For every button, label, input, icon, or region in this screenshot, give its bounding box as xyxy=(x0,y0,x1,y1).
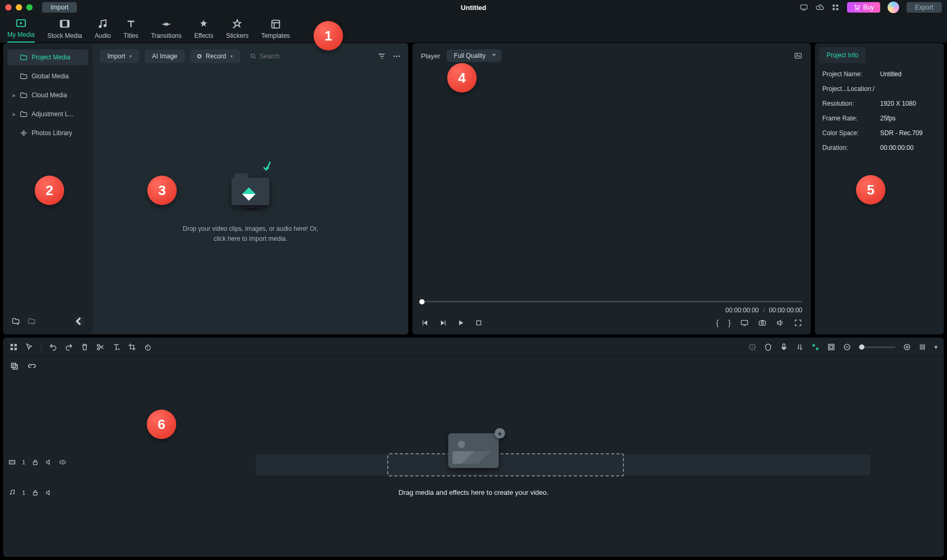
sidebar-item-global-media[interactable]: Global Media xyxy=(7,68,88,84)
scrub-thumb[interactable] xyxy=(419,299,425,304)
user-avatar[interactable] xyxy=(888,2,899,13)
tab-templates[interactable]: Templates xyxy=(261,18,290,43)
camera-icon[interactable] xyxy=(758,319,767,327)
text-tool-icon[interactable] xyxy=(112,343,120,351)
tab-stickers[interactable]: Stickers xyxy=(226,18,249,43)
svg-rect-49 xyxy=(923,344,923,350)
svg-rect-47 xyxy=(920,344,921,350)
zoom-in-icon[interactable] xyxy=(903,343,911,351)
copy-icon[interactable] xyxy=(9,361,19,371)
svg-rect-54 xyxy=(34,462,37,464)
zoom-out-icon[interactable] xyxy=(843,343,851,351)
player-stage[interactable] xyxy=(412,68,811,301)
svg-rect-28 xyxy=(743,325,745,325)
link-icon[interactable] xyxy=(27,361,37,371)
more-icon[interactable] xyxy=(392,52,401,60)
tab-transitions[interactable]: Transitions xyxy=(151,18,182,43)
grid-view-icon[interactable] xyxy=(9,343,18,351)
svg-point-30 xyxy=(761,322,763,324)
tab-my-media[interactable]: My Media xyxy=(7,17,35,43)
ai-image-button[interactable]: AI Image xyxy=(145,49,185,63)
speed-icon[interactable] xyxy=(144,343,152,351)
next-frame-icon[interactable] xyxy=(439,319,447,327)
stickers-icon xyxy=(231,18,243,30)
svg-point-38 xyxy=(118,349,119,350)
track-size-icon[interactable] xyxy=(919,343,927,351)
cart-icon xyxy=(853,4,860,11)
lock-icon[interactable] xyxy=(32,459,39,466)
undo-icon[interactable] xyxy=(49,343,57,351)
screen-recorder-icon[interactable] xyxy=(800,3,808,12)
buy-button[interactable]: Buy xyxy=(847,2,881,13)
new-folder-icon[interactable] xyxy=(12,317,20,325)
visibility-icon[interactable] xyxy=(59,459,66,466)
crop-icon[interactable] xyxy=(128,343,136,351)
sidebar-item-photos-library[interactable]: Photos Library xyxy=(7,125,88,141)
media-thumb-placeholder[interactable] xyxy=(448,433,499,468)
search-input[interactable] xyxy=(260,53,372,60)
mark-in-icon[interactable]: { xyxy=(716,318,719,327)
record-dropdown[interactable]: Record ▾ xyxy=(190,49,240,63)
import-dropdown[interactable]: Import ▾ xyxy=(100,49,139,63)
media-drop-zone[interactable]: Drop your video clips, images, or audio … xyxy=(93,69,408,334)
cloud-upload-icon[interactable] xyxy=(815,3,824,12)
maximize-window-icon[interactable] xyxy=(26,4,33,11)
split-icon[interactable] xyxy=(96,343,105,351)
export-button[interactable]: Export xyxy=(906,2,942,13)
info-row-resolution: Resolution:1920 X 1080 xyxy=(822,100,936,107)
sidebar-item-adjustment-layer[interactable]: ▸ Adjustment L... xyxy=(7,106,88,122)
chevron-down-icon[interactable]: ▾ xyxy=(934,343,938,351)
chevron-down-icon: ▾ xyxy=(230,54,233,59)
add-media-icon[interactable]: + xyxy=(495,428,505,439)
svg-point-37 xyxy=(97,348,99,350)
apps-grid-icon[interactable] xyxy=(831,3,840,12)
tab-audio[interactable]: Audio xyxy=(95,18,111,43)
audio-mixer-icon[interactable] xyxy=(795,343,804,351)
display-icon[interactable] xyxy=(740,319,749,327)
minimize-window-icon[interactable] xyxy=(16,4,22,11)
mark-out-icon[interactable]: } xyxy=(728,318,731,327)
tab-label: Audio xyxy=(95,32,111,39)
voiceover-icon[interactable] xyxy=(780,343,788,351)
mute-icon[interactable] xyxy=(45,459,53,466)
tab-effects[interactable]: Effects xyxy=(194,18,213,43)
auto-color-icon[interactable] xyxy=(748,343,757,351)
fullscreen-icon[interactable] xyxy=(794,319,802,327)
svg-rect-44 xyxy=(830,345,832,348)
delete-icon[interactable] xyxy=(80,343,89,351)
media-search[interactable] xyxy=(246,53,372,60)
auto-ripple-icon[interactable] xyxy=(811,343,820,351)
info-row-frame-rate: Frame Rate:25fps xyxy=(822,115,936,122)
import-button[interactable]: Import xyxy=(42,2,77,13)
stop-icon[interactable] xyxy=(475,319,483,327)
tab-stock-media[interactable]: Stock Media xyxy=(47,18,82,43)
svg-rect-3 xyxy=(836,5,838,7)
select-tool-icon[interactable] xyxy=(25,343,34,351)
time-separator: / xyxy=(763,307,764,314)
prev-frame-icon[interactable] xyxy=(421,319,429,327)
zoom-thumb[interactable] xyxy=(859,344,864,350)
timeline-body[interactable]: 1 1 + Drag media and effects here to cre… xyxy=(3,375,944,557)
volume-icon[interactable] xyxy=(776,319,784,327)
quality-dropdown[interactable]: Full Quality xyxy=(447,49,501,62)
sort-icon[interactable] xyxy=(378,52,386,60)
sidebar-item-cloud-media[interactable]: ▸ Cloud Media xyxy=(7,87,88,103)
sidebar-item-project-media[interactable]: Project Media xyxy=(7,49,88,65)
video-track-lane[interactable] xyxy=(77,454,933,475)
delete-folder-icon[interactable] xyxy=(27,317,36,325)
play-icon[interactable] xyxy=(457,319,465,327)
marker-icon[interactable] xyxy=(764,343,772,351)
zoom-slider[interactable] xyxy=(859,347,895,348)
svg-point-39 xyxy=(145,345,150,350)
svg-point-14 xyxy=(23,130,25,132)
snapping-icon[interactable] xyxy=(827,343,835,351)
redo-icon[interactable] xyxy=(65,343,73,351)
tab-titles[interactable]: Titles xyxy=(124,18,138,43)
collapse-sidebar-icon[interactable] xyxy=(75,317,84,326)
drop-target[interactable] xyxy=(387,453,624,476)
player-scrubber[interactable] xyxy=(412,301,811,302)
snapshot-icon[interactable] xyxy=(794,52,802,60)
project-info-tab[interactable]: Project Info xyxy=(819,47,866,63)
document-title: Untitled xyxy=(461,4,486,12)
close-window-icon[interactable] xyxy=(5,4,12,11)
